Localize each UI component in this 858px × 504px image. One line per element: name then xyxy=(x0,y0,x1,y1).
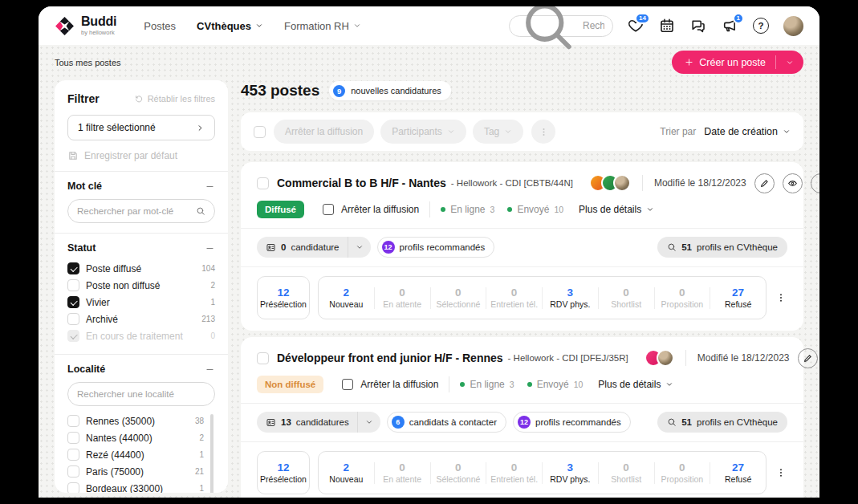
new-applications-pill[interactable]: 9 nouvelles candidatures xyxy=(329,81,451,100)
locality-input[interactable] xyxy=(77,389,205,399)
reset-filters-button[interactable]: Rétablir les filtres xyxy=(134,94,215,104)
checkbox[interactable] xyxy=(67,330,79,342)
checkbox[interactable] xyxy=(67,415,79,427)
nav-item[interactable]: CVthèques xyxy=(197,20,263,32)
pipeline-stat[interactable]: 0 Proposition xyxy=(654,462,710,484)
create-job-button[interactable]: Créer un poste xyxy=(672,51,775,74)
pipeline-stat[interactable]: 0 Entretien tél. xyxy=(486,462,542,484)
selected-filters-dropdown[interactable]: 1 filtre sélectionné xyxy=(67,115,215,140)
pipeline-stat[interactable]: 2 Nouveau xyxy=(319,462,374,484)
stop-diffusion-label[interactable]: Arrêter la diffusion xyxy=(341,204,419,215)
filter-checkbox-row[interactable]: Rennes (35000) 38 xyxy=(67,413,204,429)
edit-button[interactable] xyxy=(798,348,818,368)
pipeline-stat[interactable]: 27 Refusé xyxy=(710,287,766,309)
more-details-toggle[interactable]: Plus de détails xyxy=(579,204,654,215)
help-button[interactable]: ? xyxy=(752,17,770,35)
applications-dropdown[interactable]: 13 candidatures xyxy=(257,412,380,433)
favorites-button[interactable]: 14 xyxy=(627,17,645,35)
stop-diffusion-label[interactable]: Arrêter la diffusion xyxy=(360,379,438,390)
keyword-search[interactable] xyxy=(67,199,215,223)
pipeline-stat[interactable]: 0 Sélectionné xyxy=(430,287,486,309)
collapse-locality-button[interactable] xyxy=(204,364,215,375)
edit-button[interactable] xyxy=(754,173,775,193)
keyword-input[interactable] xyxy=(77,206,191,216)
collapse-keyword-button[interactable] xyxy=(204,181,215,192)
pipeline-stat[interactable]: 0 Sélectionné xyxy=(430,462,486,484)
stats-more-button[interactable] xyxy=(775,467,787,478)
create-job-menu-button[interactable] xyxy=(776,51,803,74)
sort-dropdown[interactable]: Date de création xyxy=(704,126,791,137)
candidates-chip[interactable]: 12 profils recommandés xyxy=(377,237,495,258)
bulk-action-button[interactable]: Tag xyxy=(473,120,523,144)
kebab-icon xyxy=(775,467,787,478)
cvtheque-link[interactable]: 51 profils en CVthèque xyxy=(657,412,787,433)
scrollbar-thumb[interactable] xyxy=(210,414,213,493)
applications-chevron-button[interactable] xyxy=(348,237,371,258)
checkbox[interactable] xyxy=(67,296,79,308)
checkbox[interactable] xyxy=(67,432,79,444)
brand-logo[interactable]: Buddi by hellowork xyxy=(55,15,116,36)
checkbox[interactable] xyxy=(67,482,79,493)
locality-search[interactable] xyxy=(67,382,215,406)
applications-dropdown[interactable]: 0 candidature xyxy=(257,237,371,258)
filter-checkbox-row[interactable]: En cours de traitement 0 xyxy=(67,327,215,344)
job-more-button[interactable] xyxy=(811,173,819,193)
stop-diffusion-checkbox[interactable] xyxy=(342,379,353,390)
pipeline-stat[interactable]: 2 Nouveau xyxy=(319,287,374,309)
stop-diffusion-checkbox[interactable] xyxy=(323,204,334,215)
toolbar-more-button[interactable] xyxy=(531,120,555,144)
checkbox[interactable] xyxy=(67,465,79,478)
participant-avatar[interactable] xyxy=(613,174,631,192)
pipeline-stat[interactable]: 0 En attente xyxy=(374,287,430,309)
pipeline-stat[interactable]: 0 Shortlist xyxy=(598,462,654,484)
filter-checkbox-row[interactable]: Archivé 213 xyxy=(67,311,215,327)
collapse-status-button[interactable] xyxy=(204,242,215,254)
filter-checkbox-row[interactable]: Paris (75000) 21 xyxy=(67,463,204,480)
nav-item[interactable]: Formation RH xyxy=(284,20,361,32)
job-title[interactable]: Développeur front end junior H/F - Renne… xyxy=(277,352,503,364)
pipeline-stat[interactable]: 27 Refusé xyxy=(710,462,766,484)
stats-more-button[interactable] xyxy=(775,292,787,303)
checkbox[interactable] xyxy=(67,313,79,325)
checkbox[interactable] xyxy=(67,279,79,291)
save-default-button[interactable]: Enregistrer par défaut xyxy=(67,150,215,161)
cvtheque-link[interactable]: 51 profils en CVthèque xyxy=(657,237,787,258)
preselection-stat[interactable]: 12 Présélection xyxy=(257,451,310,494)
pipeline-stat[interactable]: 3 RDV phys. xyxy=(542,462,598,484)
pipeline-stat[interactable]: 0 Proposition xyxy=(654,287,710,309)
nav-item[interactable]: Postes xyxy=(144,20,176,32)
job-select-checkbox[interactable] xyxy=(257,352,269,364)
divider xyxy=(449,376,449,392)
agenda-button[interactable] xyxy=(658,17,676,35)
select-all-checkbox[interactable] xyxy=(254,126,266,138)
filter-checkbox-row[interactable]: Nantes (44000) 2 xyxy=(67,429,204,446)
candidates-chip[interactable]: 12 profils recommandés xyxy=(513,412,631,433)
checkbox[interactable] xyxy=(67,262,79,274)
global-search[interactable] xyxy=(509,15,613,37)
participant-avatar[interactable] xyxy=(657,349,674,367)
filter-checkbox-row[interactable]: Rezé (44400) 1 xyxy=(67,446,204,463)
bulk-action-button[interactable]: Arrêter la diffusion xyxy=(274,120,374,144)
keyword-section-title: Mot clé xyxy=(67,181,102,192)
checkbox[interactable] xyxy=(67,449,79,461)
candidates-chip[interactable]: 6 candidats à contacter xyxy=(387,412,506,433)
job-title[interactable]: Commercial B to B H/F - Nantes xyxy=(277,177,446,189)
search-input[interactable] xyxy=(583,20,604,31)
filter-checkbox-row[interactable]: Poste non diffusé 2 xyxy=(67,277,215,294)
pipeline-stat[interactable]: 0 Shortlist xyxy=(598,287,654,309)
filter-checkbox-row[interactable]: Bordeaux (33000) 1 xyxy=(67,480,204,493)
job-select-checkbox[interactable] xyxy=(257,177,269,189)
campaigns-button[interactable]: 1 xyxy=(721,17,738,35)
filter-checkbox-row[interactable]: Vivier 1 xyxy=(67,294,215,311)
pipeline-stat[interactable]: 0 En attente xyxy=(374,462,430,484)
preview-button[interactable] xyxy=(783,173,803,193)
more-details-toggle[interactable]: Plus de détails xyxy=(598,379,673,390)
preselection-stat[interactable]: 12 Présélection xyxy=(257,276,310,319)
filter-checkbox-row[interactable]: Poste diffusé 104 xyxy=(67,260,215,277)
pipeline-stat[interactable]: 3 RDV phys. xyxy=(542,287,598,309)
messages-button[interactable] xyxy=(689,17,707,35)
applications-chevron-button[interactable] xyxy=(357,412,380,433)
bulk-action-button[interactable]: Participants xyxy=(380,120,466,144)
pipeline-stat[interactable]: 0 Entretien tél. xyxy=(486,287,542,309)
user-avatar[interactable] xyxy=(783,16,803,36)
